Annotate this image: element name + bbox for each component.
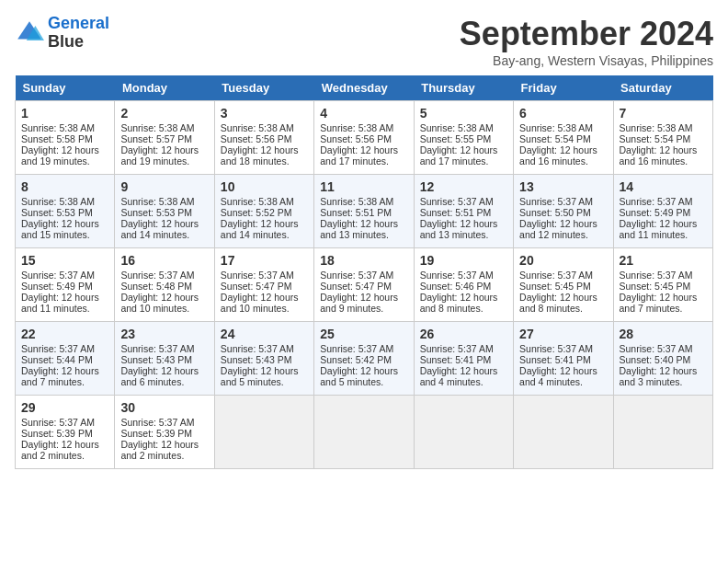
calendar-cell (314, 396, 414, 469)
day-number: 4 (320, 106, 407, 121)
day-number: 15 (21, 253, 108, 268)
daylight-label: Daylight: 12 hours and 8 minutes. (420, 292, 498, 314)
sunset-label: Sunset: 5:47 PM (221, 281, 292, 292)
sunrise-label: Sunrise: 5:37 AM (21, 343, 95, 354)
daylight-label: Daylight: 12 hours and 2 minutes. (120, 439, 199, 461)
sunset-label: Sunset: 5:48 PM (120, 281, 192, 292)
sunset-label: Sunset: 5:52 PM (221, 207, 292, 218)
sunrise-label: Sunrise: 5:37 AM (420, 343, 494, 354)
sunrise-label: Sunrise: 5:38 AM (120, 196, 194, 207)
calendar-table: SundayMondayTuesdayWednesdayThursdayFrid… (15, 75, 713, 469)
daylight-label: Daylight: 12 hours and 9 minutes. (320, 292, 398, 314)
sunrise-label: Sunrise: 5:38 AM (320, 122, 393, 133)
daylight-label: Daylight: 12 hours and 7 minutes. (620, 292, 698, 314)
calendar-cell: 27Sunrise: 5:37 AMSunset: 5:41 PMDayligh… (514, 322, 613, 396)
sunset-label: Sunset: 5:49 PM (21, 281, 93, 292)
sunset-label: Sunset: 5:54 PM (519, 133, 591, 144)
sunset-label: Sunset: 5:51 PM (420, 207, 492, 218)
sunrise-label: Sunrise: 5:37 AM (519, 196, 593, 207)
day-number: 6 (519, 106, 607, 121)
sunset-label: Sunset: 5:47 PM (320, 281, 392, 292)
calendar-cell: 12Sunrise: 5:37 AMSunset: 5:51 PMDayligh… (414, 175, 513, 248)
daylight-label: Daylight: 12 hours and 2 minutes. (21, 439, 99, 461)
calendar-cell: 6Sunrise: 5:38 AMSunset: 5:54 PMDaylight… (514, 101, 613, 175)
day-number: 11 (320, 179, 407, 194)
sunset-label: Sunset: 5:49 PM (620, 207, 691, 218)
daylight-label: Daylight: 12 hours and 5 minutes. (221, 365, 299, 387)
sunset-label: Sunset: 5:41 PM (420, 354, 492, 365)
calendar-cell: 7Sunrise: 5:38 AMSunset: 5:54 PMDaylight… (613, 101, 712, 175)
day-number: 1 (21, 106, 108, 121)
daylight-label: Daylight: 12 hours and 17 minutes. (320, 144, 398, 167)
calendar-cell (613, 396, 712, 469)
daylight-label: Daylight: 12 hours and 19 minutes. (120, 144, 199, 167)
calendar-cell: 20Sunrise: 5:37 AMSunset: 5:45 PMDayligh… (514, 248, 613, 322)
calendar-cell: 2Sunrise: 5:38 AMSunset: 5:57 PMDaylight… (115, 101, 214, 175)
calendar-cell: 8Sunrise: 5:38 AMSunset: 5:53 PMDaylight… (16, 175, 115, 248)
calendar-cell: 24Sunrise: 5:37 AMSunset: 5:43 PMDayligh… (214, 322, 313, 396)
daylight-label: Daylight: 12 hours and 8 minutes. (519, 292, 597, 314)
day-number: 14 (620, 179, 707, 194)
sunset-label: Sunset: 5:57 PM (120, 133, 192, 144)
day-number: 2 (120, 106, 208, 121)
weekday-sunday: Sunday (16, 75, 115, 101)
sunrise-label: Sunrise: 5:37 AM (620, 270, 693, 281)
day-number: 17 (221, 253, 308, 268)
day-number: 25 (320, 327, 407, 341)
weekday-header-row: SundayMondayTuesdayWednesdayThursdayFrid… (16, 75, 713, 101)
day-number: 12 (420, 179, 507, 194)
sunrise-label: Sunrise: 5:37 AM (21, 417, 95, 428)
sunrise-label: Sunrise: 5:37 AM (420, 270, 494, 281)
daylight-label: Daylight: 12 hours and 14 minutes. (120, 218, 199, 240)
weekday-saturday: Saturday (613, 75, 712, 101)
calendar-cell: 17Sunrise: 5:37 AMSunset: 5:47 PMDayligh… (214, 248, 313, 322)
daylight-label: Daylight: 12 hours and 19 minutes. (21, 144, 99, 167)
sunset-label: Sunset: 5:39 PM (120, 428, 192, 439)
daylight-label: Daylight: 12 hours and 16 minutes. (620, 144, 698, 167)
day-number: 10 (221, 179, 308, 194)
sunset-label: Sunset: 5:56 PM (221, 133, 292, 144)
sunset-label: Sunset: 5:41 PM (519, 354, 591, 365)
sunrise-label: Sunrise: 5:38 AM (120, 122, 194, 133)
day-number: 22 (21, 327, 108, 341)
sunset-label: Sunset: 5:58 PM (21, 133, 93, 144)
daylight-label: Daylight: 12 hours and 4 minutes. (519, 365, 597, 387)
calendar-week-5: 29Sunrise: 5:37 AMSunset: 5:39 PMDayligh… (16, 396, 713, 469)
day-number: 18 (320, 253, 407, 268)
sunrise-label: Sunrise: 5:37 AM (420, 196, 494, 207)
weekday-monday: Monday (115, 75, 214, 101)
sunset-label: Sunset: 5:56 PM (320, 133, 392, 144)
sunset-label: Sunset: 5:40 PM (620, 354, 691, 365)
page-header: GeneralBlue September 2024 Bay-ang, West… (15, 15, 713, 68)
day-number: 29 (21, 400, 108, 415)
calendar-cell: 28Sunrise: 5:37 AMSunset: 5:40 PMDayligh… (613, 322, 712, 396)
sunrise-label: Sunrise: 5:38 AM (221, 122, 294, 133)
day-number: 28 (620, 327, 707, 341)
sunrise-label: Sunrise: 5:38 AM (519, 122, 593, 133)
daylight-label: Daylight: 12 hours and 15 minutes. (21, 218, 99, 240)
sunset-label: Sunset: 5:54 PM (620, 133, 691, 144)
sunset-label: Sunset: 5:55 PM (420, 133, 492, 144)
daylight-label: Daylight: 12 hours and 14 minutes. (221, 218, 299, 240)
sunrise-label: Sunrise: 5:37 AM (120, 417, 194, 428)
calendar-cell: 21Sunrise: 5:37 AMSunset: 5:45 PMDayligh… (613, 248, 712, 322)
day-number: 7 (620, 106, 707, 121)
calendar-cell: 9Sunrise: 5:38 AMSunset: 5:53 PMDaylight… (115, 175, 214, 248)
calendar-cell: 29Sunrise: 5:37 AMSunset: 5:39 PMDayligh… (16, 396, 115, 469)
weekday-thursday: Thursday (414, 75, 513, 101)
logo-icon (15, 18, 44, 48)
calendar-cell (214, 396, 313, 469)
calendar-body: 1Sunrise: 5:38 AMSunset: 5:58 PMDaylight… (16, 101, 713, 469)
weekday-friday: Friday (514, 75, 613, 101)
day-number: 19 (420, 253, 507, 268)
sunset-label: Sunset: 5:46 PM (420, 281, 492, 292)
calendar-cell: 5Sunrise: 5:38 AMSunset: 5:55 PMDaylight… (414, 101, 513, 175)
sunrise-label: Sunrise: 5:37 AM (620, 196, 693, 207)
daylight-label: Daylight: 12 hours and 7 minutes. (21, 365, 99, 387)
sunset-label: Sunset: 5:51 PM (320, 207, 392, 218)
calendar-week-4: 22Sunrise: 5:37 AMSunset: 5:44 PMDayligh… (16, 322, 713, 396)
sunrise-label: Sunrise: 5:38 AM (21, 196, 95, 207)
sunset-label: Sunset: 5:45 PM (620, 281, 691, 292)
sunset-label: Sunset: 5:50 PM (519, 207, 591, 218)
day-number: 3 (221, 106, 308, 121)
